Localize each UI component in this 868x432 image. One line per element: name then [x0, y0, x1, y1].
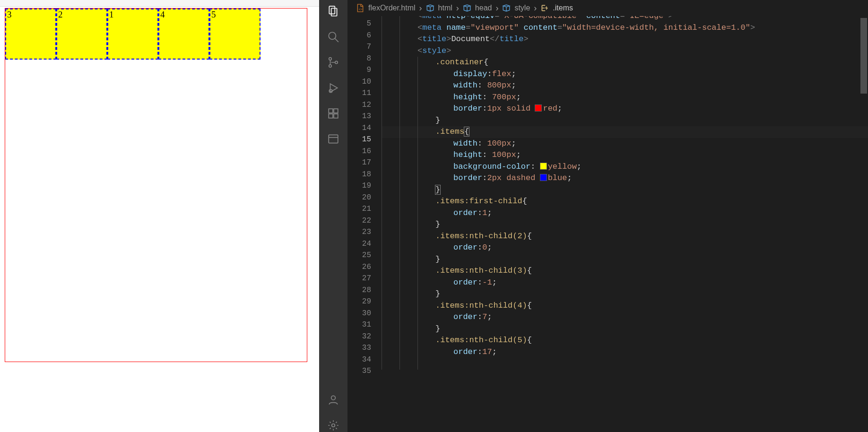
line-number[interactable]: 18: [347, 169, 371, 181]
line-number[interactable]: 6: [347, 30, 371, 42]
source-control-icon[interactable]: [327, 56, 340, 69]
line-number[interactable]: 16: [347, 146, 371, 157]
svg-rect-13: [329, 135, 338, 143]
line-number[interactable]: 8: [347, 53, 371, 65]
line-number[interactable]: 22: [347, 215, 371, 227]
color-swatch-icon[interactable]: [535, 105, 541, 111]
breadcrumb-segment[interactable]: html: [438, 4, 452, 12]
line-number[interactable]: 29: [347, 296, 371, 308]
code-line[interactable]: }: [382, 254, 868, 266]
line-number[interactable]: 30: [347, 308, 371, 320]
line-number[interactable]: 31: [347, 319, 371, 331]
line-number[interactable]: 35: [347, 365, 371, 377]
svg-rect-11: [329, 114, 333, 118]
line-number[interactable]: 15: [347, 134, 371, 146]
code-line[interactable]: }: [382, 184, 868, 196]
editor-area: <>flexOrder.html›html›head›style›.items …: [347, 0, 868, 432]
line-number[interactable]: 14: [347, 122, 371, 134]
activity-bar: [319, 0, 347, 432]
manage-icon[interactable]: [327, 419, 340, 432]
code-line[interactable]: order:-1;: [382, 277, 868, 289]
line-number[interactable]: 21: [347, 203, 371, 215]
code-line[interactable]: order:0;: [382, 242, 868, 254]
extensions-icon[interactable]: [327, 107, 340, 120]
svg-point-6: [335, 61, 338, 63]
flex-item-3: 1: [107, 9, 158, 60]
code-line[interactable]: border:2px dashed blue;: [382, 173, 868, 184]
search-icon[interactable]: [327, 30, 340, 43]
breadcrumb-symbol-icon: [426, 4, 434, 12]
code-line[interactable]: .items{: [382, 126, 868, 138]
code-line[interactable]: border:1px solid red;: [382, 103, 868, 115]
breadcrumb-segment[interactable]: flexOrder.html: [368, 4, 416, 12]
line-number[interactable]: 7: [347, 41, 371, 53]
code-line[interactable]: <meta http-equiv="X-UA-Compatible" conte…: [382, 16, 868, 22]
chevron-right-icon: ›: [456, 3, 459, 13]
line-number[interactable]: 27: [347, 273, 371, 285]
line-number[interactable]: 32: [347, 331, 371, 343]
code-line[interactable]: background-color: yellow;: [382, 161, 868, 173]
breadcrumbs[interactable]: <>flexOrder.html›html›head›style›.items: [347, 0, 868, 16]
code-line[interactable]: .items:nth-child(3){: [382, 265, 868, 277]
code-line[interactable]: <style>: [382, 45, 868, 57]
color-swatch-icon[interactable]: [540, 163, 547, 169]
code-line[interactable]: <title>Document</title>: [382, 34, 868, 45]
line-number-gutter[interactable]: 5678910111213141516171819202122232425262…: [347, 16, 382, 432]
flex-item-4: 4: [158, 9, 209, 60]
line-number[interactable]: 24: [347, 238, 371, 250]
line-number[interactable]: 13: [347, 111, 371, 122]
line-number[interactable]: 17: [347, 157, 371, 169]
code-line[interactable]: width: 100px;: [382, 138, 868, 150]
code-line[interactable]: .items:nth-child(5){: [382, 335, 868, 346]
flex-item-2: 2: [56, 9, 107, 60]
vertical-scrollbar[interactable]: [860, 18, 867, 430]
code-line[interactable]: }: [382, 115, 868, 127]
breadcrumb-file-icon: <>: [356, 4, 365, 12]
code-line[interactable]: order:7;: [382, 311, 868, 323]
breadcrumb-segment[interactable]: style: [514, 4, 530, 12]
code-line[interactable]: }: [382, 323, 868, 335]
code-line[interactable]: [382, 358, 868, 370]
line-number[interactable]: 25: [347, 250, 371, 261]
color-swatch-icon[interactable]: [540, 174, 547, 181]
breadcrumb-segment[interactable]: head: [475, 4, 492, 12]
svg-line-3: [335, 38, 339, 42]
line-number[interactable]: 26: [347, 261, 371, 273]
line-number[interactable]: 19: [347, 180, 371, 192]
code-line[interactable]: .container{: [382, 57, 868, 69]
code-line[interactable]: <meta name="viewport" content="width=dev…: [382, 22, 868, 34]
breadcrumb-symbol-icon: [463, 4, 471, 12]
line-number[interactable]: 28: [347, 285, 371, 296]
line-number[interactable]: 34: [347, 354, 371, 366]
explorer-icon[interactable]: [327, 5, 340, 18]
chevron-right-icon: ›: [419, 3, 422, 13]
code-line[interactable]: height: 100px;: [382, 149, 868, 161]
breadcrumb-segment[interactable]: .items: [553, 4, 573, 12]
code-line[interactable]: }: [382, 219, 868, 231]
line-number[interactable]: 12: [347, 99, 371, 111]
code-line[interactable]: width: 800px;: [382, 80, 868, 92]
line-number[interactable]: 9: [347, 64, 371, 76]
browser-tabbar: [0, 0, 319, 7]
code-line[interactable]: order:17;: [382, 346, 868, 358]
run-debug-icon[interactable]: [327, 81, 340, 95]
code-line[interactable]: order:1;: [382, 207, 868, 219]
code-line[interactable]: .items:nth-child(2){: [382, 231, 868, 242]
svg-text:<>: <>: [359, 8, 363, 11]
code-line[interactable]: .items:nth-child(4){: [382, 300, 868, 312]
line-number[interactable]: 33: [347, 342, 371, 354]
chevron-right-icon: ›: [534, 3, 537, 13]
code-line[interactable]: }: [382, 288, 868, 300]
line-number[interactable]: 11: [347, 87, 371, 99]
code-line[interactable]: display:flex;: [382, 69, 868, 80]
line-number[interactable]: 5: [347, 18, 371, 30]
panel-icon[interactable]: [327, 132, 340, 146]
line-number[interactable]: 23: [347, 226, 371, 238]
accounts-icon[interactable]: [327, 393, 340, 406]
code-content[interactable]: <meta http-equiv="X-UA-Compatible" conte…: [382, 16, 868, 432]
line-number[interactable]: 10: [347, 76, 371, 88]
line-number[interactable]: 20: [347, 192, 371, 204]
scrollbar-thumb[interactable]: [860, 18, 867, 94]
code-line[interactable]: .items:first-child{: [382, 196, 868, 207]
code-line[interactable]: height: 700px;: [382, 92, 868, 104]
